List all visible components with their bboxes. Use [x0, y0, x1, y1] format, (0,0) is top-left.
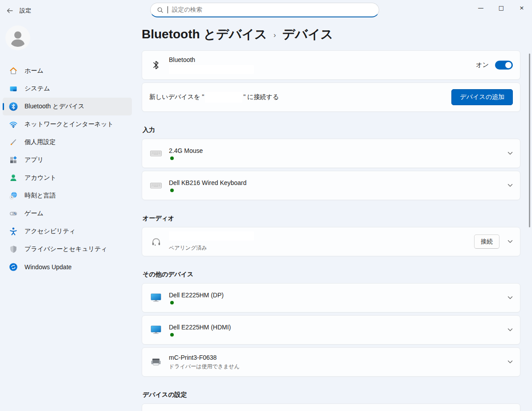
sidebar-item-label: Windows Update [25, 263, 72, 271]
device-name: mC-Print3-F0638 [169, 354, 240, 361]
device-name: Dell E2225HM (DP) [169, 292, 224, 299]
sidebar-item-label: 個人用設定 [25, 138, 56, 146]
chevron-down-icon[interactable] [507, 184, 513, 187]
status-connected-dot [170, 156, 174, 160]
redacted-text [169, 231, 254, 241]
sidebar-item-time-language[interactable]: 時刻と言語 [3, 187, 132, 205]
connect-button[interactable]: 接続 [474, 234, 499, 249]
sidebar-item-windows-update[interactable]: Windows Update [3, 258, 132, 276]
sidebar-item-personalization[interactable]: 個人用設定 [3, 133, 132, 151]
device-card-mouse[interactable]: 2.4G Mouse [142, 139, 520, 168]
chevron-down-icon[interactable] [507, 360, 513, 364]
section-header-audio: オーディオ [143, 214, 520, 222]
sidebar-item-system[interactable]: システム [3, 80, 132, 98]
sidebar-item-label: アプリ [25, 156, 44, 164]
breadcrumb-separator-icon: › [274, 29, 276, 40]
device-name: Dell KB216 Wired Keyboard [169, 179, 246, 186]
sidebar-item-home[interactable]: ホーム [3, 62, 132, 80]
personalization-icon [9, 138, 18, 147]
sidebar-item-accessibility[interactable]: アクセシビリティ [3, 222, 132, 240]
search-input[interactable]: 設定の検索 [150, 3, 379, 17]
section-header-device-settings: デバイスの設定 [143, 391, 520, 399]
search-icon [157, 7, 164, 13]
add-device-text-before: 新しいデバイスを " [149, 93, 204, 101]
gaming-icon [9, 209, 18, 218]
sidebar-item-label: ホーム [25, 67, 44, 75]
main-content: Bluetooth とデバイス › デバイス Bluetooth オン 新しいデ… [142, 21, 520, 411]
device-name: Dell E2225HM (HDMI) [169, 324, 231, 331]
sidebar-item-label: アカウント [25, 174, 57, 182]
device-settings-card-partial [142, 403, 520, 411]
toggle-state-label: オン [476, 61, 489, 69]
monitor-icon [149, 293, 163, 302]
device-name: 2.4G Mouse [169, 147, 203, 154]
home-icon [9, 66, 18, 75]
sidebar-item-bluetooth-devices[interactable]: Bluetooth とデバイス [3, 98, 132, 115]
sidebar-item-apps[interactable]: アプリ [3, 151, 132, 169]
chevron-down-icon[interactable] [507, 328, 513, 332]
sidebar-item-label: 時刻と言語 [25, 192, 56, 200]
sidebar-item-accounts[interactable]: アカウント [3, 169, 132, 187]
maximize-button[interactable]: □ [491, 0, 512, 15]
bluetooth-icon [9, 102, 18, 111]
headphones-icon [149, 237, 163, 247]
sidebar-item-network[interactable]: ネットワークとインターネット [3, 115, 132, 133]
search-placeholder: 設定の検索 [172, 6, 202, 14]
section-header-input: 入力 [143, 126, 520, 134]
device-card-monitor-hdmi[interactable]: Dell E2225HM (HDMI) [142, 315, 520, 345]
device-card-audio[interactable]: ペアリング済み 接続 [142, 227, 520, 256]
bluetooth-toggle[interactable] [495, 61, 513, 70]
sidebar-item-label: ネットワークとインターネット [25, 120, 114, 128]
network-icon [9, 120, 18, 129]
chevron-down-icon[interactable] [507, 240, 513, 243]
vertical-scrollbar[interactable] [529, 53, 530, 227]
breadcrumb-parent[interactable]: Bluetooth とデバイス [142, 26, 267, 43]
minimize-button[interactable]: — [471, 0, 491, 15]
breadcrumb-current page-title: デバイス [282, 26, 333, 43]
sidebar-item-label: アクセシビリティ [25, 227, 76, 235]
window-controls: — □ × [471, 0, 532, 15]
text-caret [168, 6, 168, 13]
redacted-text [205, 92, 242, 103]
keyboard-icon [149, 149, 163, 157]
windows-update-icon [9, 263, 18, 271]
breadcrumb: Bluetooth とデバイス › デバイス [142, 26, 520, 43]
chevron-down-icon[interactable] [507, 152, 513, 155]
sidebar-item-privacy[interactable]: プライバシーとセキュリティ [3, 240, 132, 258]
avatar[interactable] [5, 25, 30, 50]
bluetooth-label: Bluetooth [169, 56, 254, 63]
device-card-keyboard[interactable]: Dell KB216 Wired Keyboard [142, 171, 520, 200]
time-language-icon [9, 191, 18, 200]
toggle-knob [505, 62, 512, 68]
status-connected-dot [170, 301, 174, 304]
system-icon [9, 84, 18, 93]
selected-indicator [3, 103, 4, 110]
status-connected-dot [170, 189, 174, 192]
add-device-card: 新しいデバイスを " " に接続する デバイスの追加 [142, 82, 520, 112]
bluetooth-glyph-icon [149, 60, 163, 70]
device-card-monitor-dp[interactable]: Dell E2225HM (DP) [142, 283, 520, 312]
sidebar-nav: ホーム システム Bluetooth とデバイス ネットワークとインターネット … [3, 62, 132, 276]
back-button[interactable] [4, 5, 16, 16]
sidebar-item-gaming[interactable]: ゲーム [3, 205, 132, 222]
app-title: 設定 [20, 7, 31, 15]
add-device-text-after: " に接続する [243, 93, 279, 101]
close-button[interactable]: × [512, 0, 532, 15]
printer-icon [149, 358, 163, 366]
back-arrow-icon [6, 7, 13, 14]
device-card-printer[interactable]: mC-Print3-F0638 ドライバーは使用できません [142, 347, 520, 377]
chevron-down-icon[interactable] [507, 296, 513, 300]
sidebar-item-label: Bluetooth とデバイス [25, 103, 85, 111]
sidebar-item-label: システム [25, 85, 50, 93]
bluetooth-toggle-card: Bluetooth オン [142, 50, 520, 80]
status-connected-dot [170, 333, 174, 337]
sidebar-item-label: ゲーム [25, 210, 44, 218]
monitor-icon [149, 325, 163, 334]
sidebar-item-label: プライバシーとセキュリティ [25, 245, 107, 253]
redacted-text [169, 65, 254, 74]
add-device-button[interactable]: デバイスの追加 [451, 89, 513, 105]
apps-icon [9, 156, 18, 164]
device-subtitle: ペアリング済み [169, 244, 254, 252]
accounts-icon [9, 173, 18, 182]
privacy-icon [9, 245, 18, 254]
